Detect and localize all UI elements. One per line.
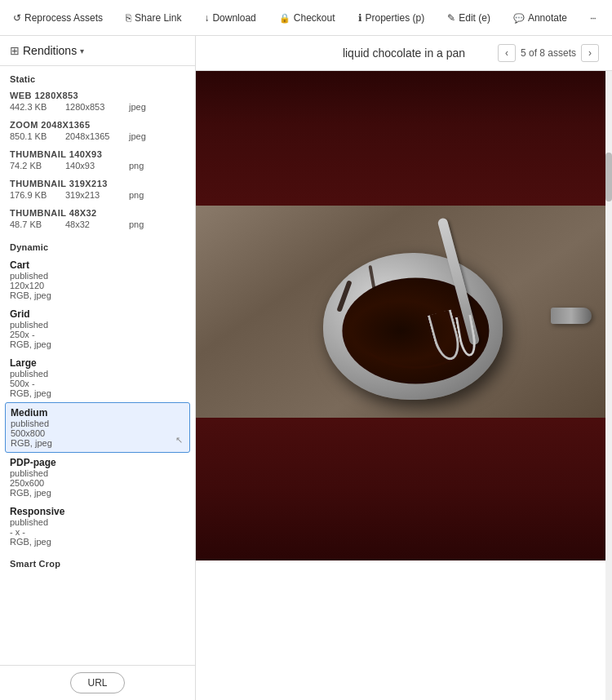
scrollbar-track[interactable] xyxy=(605,71,612,700)
dynamic-renditions-list: Cart published 120x120 RGB, jpeg Grid pu… xyxy=(0,255,195,551)
dynamic-item-status: published xyxy=(10,517,185,527)
rendition-dims: 140x93 xyxy=(65,161,122,171)
asset-header: liquid chocolate in a pan ‹ 5 of 8 asset… xyxy=(196,36,612,71)
reprocess-assets-button[interactable]: Reprocess Assets xyxy=(7,9,109,27)
dynamic-item-format: RGB, jpeg xyxy=(11,438,184,448)
prev-asset-button[interactable]: ‹ xyxy=(498,44,516,62)
share-icon xyxy=(126,12,131,24)
static-rendition-item[interactable]: THUMBNAIL 319X213 176.9 KB 319x213 png xyxy=(0,175,195,205)
rendition-dims: 2048x1365 xyxy=(65,131,122,141)
static-rendition-item[interactable]: THUMBNAIL 48X32 48.7 KB 48x32 png xyxy=(0,205,195,234)
rendition-size: 48.7 KB xyxy=(10,219,59,229)
info-icon xyxy=(358,12,362,24)
annotate-button[interactable]: Annotate xyxy=(507,9,574,27)
rendition-name: ZOOM 2048X1365 xyxy=(10,120,185,130)
more-button[interactable] xyxy=(583,9,602,27)
dynamic-item-format: RGB, jpeg xyxy=(10,537,185,547)
static-rendition-item[interactable]: WEB 1280X853 442.3 KB 1280x853 jpeg xyxy=(0,87,195,117)
rendition-details: 48.7 KB 48x32 png xyxy=(10,219,185,229)
dynamic-item-dims: - x - xyxy=(10,527,185,537)
dynamic-item-name: PDP-page xyxy=(10,457,185,468)
chevron-down-icon[interactable]: ▾ xyxy=(80,47,84,55)
image-area xyxy=(196,71,612,700)
edit-button[interactable]: Edit (e) xyxy=(441,9,497,27)
rendition-type: png xyxy=(129,219,144,229)
rendition-name: THUMBNAIL 319X213 xyxy=(10,179,185,188)
dynamic-rendition-item[interactable]: Responsive published - x - RGB, jpeg xyxy=(0,502,195,551)
right-panel: liquid chocolate in a pan ‹ 5 of 8 asset… xyxy=(196,36,612,700)
toolbar: Reprocess Assets Share Link Download Che… xyxy=(0,0,612,36)
scrollbar-thumb[interactable] xyxy=(605,153,612,202)
dynamic-item-status: published xyxy=(10,320,185,330)
dynamic-rendition-item[interactable]: Cart published 120x120 RGB, jpeg xyxy=(0,255,195,304)
rendition-type: png xyxy=(129,190,144,200)
url-button[interactable]: URL xyxy=(70,672,124,693)
rendition-type: png xyxy=(129,161,144,171)
dynamic-item-name: Grid xyxy=(10,308,185,320)
dynamic-item-status: published xyxy=(10,468,185,478)
left-panel: Renditions ▾ Static WEB 1280X853 442.3 K… xyxy=(0,36,196,700)
rendition-details: 74.2 KB 140x93 png xyxy=(10,161,185,171)
dynamic-item-name: Cart xyxy=(10,259,185,271)
panel-body: Static WEB 1280X853 442.3 KB 1280x853 jp… xyxy=(0,66,195,665)
rendition-size: 850.1 KB xyxy=(10,131,59,141)
rendition-details: 176.9 KB 319x213 png xyxy=(10,190,185,200)
static-section-label: Static xyxy=(0,66,195,87)
dynamic-item-dims: 250x600 xyxy=(10,478,185,488)
static-rendition-item[interactable]: THUMBNAIL 140X93 74.2 KB 140x93 png xyxy=(0,146,195,175)
dynamic-rendition-item[interactable]: Medium published 500x800 RGB, jpeg ↖ xyxy=(5,402,190,453)
image-middle-segment xyxy=(196,206,612,418)
rendition-size: 74.2 KB xyxy=(10,161,59,171)
share-link-button[interactable]: Share Link xyxy=(119,9,188,27)
smart-crop-section-label: Smart Crop xyxy=(0,551,195,572)
dynamic-item-name: Responsive xyxy=(10,506,185,517)
dynamic-item-status: published xyxy=(10,271,185,281)
rendition-size: 176.9 KB xyxy=(10,190,59,200)
download-icon xyxy=(204,12,209,24)
dynamic-item-dims: 250x - xyxy=(10,330,185,339)
static-renditions-list: WEB 1280X853 442.3 KB 1280x853 jpeg ZOOM… xyxy=(0,87,195,234)
rendition-dims: 1280x853 xyxy=(65,102,122,112)
rendition-type: jpeg xyxy=(129,102,146,112)
main-content: Renditions ▾ Static WEB 1280X853 442.3 K… xyxy=(0,36,612,700)
rendition-type: jpeg xyxy=(129,131,146,141)
url-button-container: URL xyxy=(0,665,195,700)
dynamic-rendition-item[interactable]: Grid published 250x - RGB, jpeg xyxy=(0,304,195,353)
dynamic-item-format: RGB, jpeg xyxy=(10,290,185,300)
dynamic-item-format: RGB, jpeg xyxy=(10,488,185,498)
rendition-name: WEB 1280X853 xyxy=(10,91,185,100)
dynamic-item-dims: 120x120 xyxy=(10,281,185,290)
properties-button[interactable]: Properties (p) xyxy=(352,9,432,27)
more-icon xyxy=(590,12,596,24)
rendition-name: THUMBNAIL 48X32 xyxy=(10,208,185,218)
rendition-size: 442.3 KB xyxy=(10,102,59,112)
dynamic-rendition-item[interactable]: Large published 500x - RGB, jpeg xyxy=(0,353,195,402)
next-asset-button[interactable]: › xyxy=(581,44,599,62)
rendition-dims: 48x32 xyxy=(65,219,122,229)
rendition-name: THUMBNAIL 140X93 xyxy=(10,149,185,159)
rendition-details: 442.3 KB 1280x853 jpeg xyxy=(10,102,185,112)
dynamic-item-status: published xyxy=(11,419,184,428)
static-rendition-item[interactable]: ZOOM 2048X1365 850.1 KB 2048x1365 jpeg xyxy=(0,117,195,146)
asset-title: liquid chocolate in a pan xyxy=(343,47,465,60)
dynamic-item-format: RGB, jpeg xyxy=(10,339,185,349)
download-button[interactable]: Download xyxy=(197,9,262,27)
rendition-details: 850.1 KB 2048x1365 jpeg xyxy=(10,131,185,141)
dynamic-rendition-item[interactable]: PDP-page published 250x600 RGB, jpeg xyxy=(0,453,195,502)
checkout-button[interactable]: Checkout xyxy=(273,9,342,27)
asset-count: 5 of 8 assets xyxy=(521,47,576,59)
panel-title: Renditions xyxy=(23,44,77,57)
dynamic-item-status: published xyxy=(10,369,185,379)
dynamic-item-dims: 500x - xyxy=(10,379,185,388)
dynamic-item-name: Large xyxy=(10,357,185,369)
reprocess-icon xyxy=(13,12,21,24)
dynamic-item-format: RGB, jpeg xyxy=(10,388,185,398)
asset-navigation: ‹ 5 of 8 assets › xyxy=(465,44,599,62)
close-button[interactable]: Close xyxy=(609,9,612,27)
lock-icon xyxy=(279,12,290,24)
dynamic-item-dims: 500x800 xyxy=(11,428,184,438)
panel-header: Renditions ▾ xyxy=(0,36,195,66)
dynamic-item-name: Medium xyxy=(11,407,184,419)
image-strip xyxy=(196,71,612,700)
panel-icon xyxy=(10,44,20,57)
